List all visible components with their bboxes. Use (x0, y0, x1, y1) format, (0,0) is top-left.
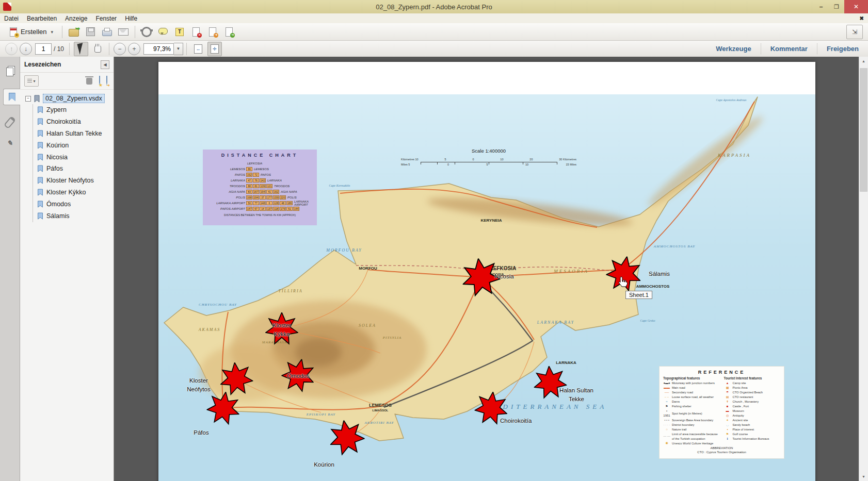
legend-label: Sovereign Base Area boundary (672, 418, 713, 423)
bookmark-label: Ómodos (46, 200, 71, 209)
fullscreen-toggle-button[interactable] (846, 25, 863, 39)
marker-star-pafos[interactable] (205, 390, 242, 427)
zoom-in-button[interactable]: + (128, 43, 140, 55)
sea-label: AKROTIRI BAY (365, 421, 394, 425)
document-area[interactable]: DISTANCE CHART LEFKOSIALEMESOS86LEMESOSP… (114, 57, 868, 481)
bookmark-item-kloster-neófytos[interactable]: Kloster Neófytos (33, 175, 111, 187)
select-tool-button[interactable] (74, 42, 88, 56)
next-page-button[interactable]: ↓ (20, 43, 32, 55)
print-button[interactable] (100, 25, 114, 39)
bookmark-options-button[interactable]: ▾ (24, 75, 39, 87)
legend-label: Picnic Area (733, 386, 748, 390)
bookmarks-tab[interactable] (3, 89, 20, 105)
distance-cell: 179 (280, 207, 286, 211)
open-button[interactable] (67, 25, 81, 39)
new-bookmark-button[interactable] (99, 76, 100, 86)
tab-werkzeuge[interactable]: Werkzeuge (706, 43, 760, 55)
legend-label: Spot height (in Metres) (672, 411, 702, 416)
bookmark-item-sálamis[interactable]: Sálamis (33, 210, 111, 222)
bookmark-item-zypern[interactable]: Zypern (33, 104, 111, 116)
menubar-close-icon[interactable]: ✖ (860, 15, 864, 21)
sea-label: EPISKOPI BAY (307, 412, 336, 417)
distance-cell: 159 (273, 195, 279, 200)
zoom-level-input[interactable]: 97,3% (143, 43, 174, 55)
distance-cell: 37 (260, 195, 266, 200)
distance-row-trail: LARNAKA AIRPORT (294, 200, 315, 206)
highlight-button[interactable]: T (172, 25, 187, 39)
delete-pages-button[interactable]: ✕ (189, 25, 203, 39)
fit-width-button[interactable]: ↔ (191, 42, 205, 56)
vertical-scrollbar[interactable]: ▲ ▼ (859, 57, 868, 481)
region-label: TILLIRIA (278, 289, 302, 293)
page-thumbnails-tab[interactable] (3, 64, 17, 79)
signatures-tab[interactable]: ✎ (3, 135, 17, 151)
sea-label: Cape Kormakitis (329, 184, 350, 187)
main-toolbar: ★ Erstellen T ✕ ➜ ➜ (0, 23, 868, 41)
menu-hilfe[interactable]: Hilfe (121, 15, 141, 22)
page-count-label: / 10 (54, 45, 64, 53)
restore-button[interactable] (829, 0, 844, 13)
bookmark-item-halan-sultan-tekke[interactable]: Halan Sultan Tekke (33, 128, 111, 140)
page-number-input[interactable]: 1 (35, 43, 52, 55)
bookmark-item-choirokoitía[interactable]: Choirokoitía (33, 116, 111, 128)
marker-label-choirokoitia: Choirokoitía (500, 417, 532, 425)
legend-item: ▤CTO restaurant (724, 395, 781, 400)
scale-km-label: Kilometres 10 (401, 158, 419, 161)
menu-datei[interactable]: Datei (0, 15, 23, 22)
distance-cell: 139 (260, 184, 266, 188)
city-label: AMMOCHOSTOS (636, 284, 670, 289)
collapse-panel-button[interactable]: ◀ (101, 60, 109, 69)
scroll-down-arrow[interactable]: ▼ (859, 472, 868, 481)
marker-star-kourion[interactable] (327, 418, 367, 458)
legend-symbol: ▪ ▪ ▪ (663, 418, 670, 423)
menu-anzeige[interactable]: Anzeige (61, 15, 91, 22)
bookmark-item-nicosia[interactable]: Nicosia (33, 152, 111, 163)
menu-bearbeiten[interactable]: Bearbeiten (23, 15, 61, 22)
zoom-out-button[interactable]: − (114, 43, 126, 55)
hand-tool-button[interactable] (90, 42, 105, 56)
previous-page-button[interactable]: ↑ (5, 43, 18, 55)
bookmark-root[interactable]: 02_08_Zypern.vsdx (43, 94, 105, 103)
attachments-tab[interactable] (3, 114, 17, 130)
save-button[interactable] (83, 25, 98, 39)
close-button[interactable] (844, 0, 868, 13)
comment-button[interactable] (156, 25, 170, 39)
delete-bookmark-button[interactable] (86, 78, 92, 85)
tab-freigeben[interactable]: Freigeben (817, 43, 868, 55)
fit-page-button[interactable]: ✛ (207, 42, 222, 56)
legend-symbol: · · · · (663, 423, 670, 427)
create-pdf-button[interactable]: ★ Erstellen (4, 25, 58, 39)
bookmark-item-ómodos[interactable]: Ómodos (33, 198, 111, 210)
menu-fenster[interactable]: Fenster (91, 15, 121, 22)
email-button[interactable] (116, 25, 131, 39)
distance-cell: 6 (266, 201, 272, 205)
extract-pages-button[interactable]: ➜ (205, 25, 220, 39)
distance-cell: 76 (253, 178, 259, 183)
distance-cell: 194 (253, 195, 259, 200)
minimize-button[interactable] (813, 0, 829, 13)
distance-row: LEFKOSIA (205, 160, 315, 166)
distance-cell: 118 (273, 207, 279, 211)
distance-cell: 88 (246, 184, 252, 188)
distance-row-trail: LEFKOSIA (247, 162, 262, 165)
root-expander[interactable] (25, 96, 31, 102)
scroll-up-arrow[interactable]: ▲ (859, 57, 868, 65)
zoom-dropdown-button[interactable]: ▼ (174, 43, 183, 55)
bookmark-item-koúrion[interactable]: Koúrion (33, 140, 111, 152)
tab-kommentar[interactable]: Kommentar (761, 43, 817, 55)
legend-label: Secondary road (672, 390, 693, 395)
distance-row: PAFOS15272PAFOS (205, 172, 315, 177)
distance-cell: 48 (280, 201, 286, 205)
export-button[interactable]: ➜ (222, 25, 236, 39)
legend-item: ──Secondary road (663, 390, 720, 395)
settings-button[interactable] (139, 25, 154, 39)
bookmark-item-páfos[interactable]: Páfos (33, 163, 111, 175)
legend-symbol: ▬▬ (663, 386, 670, 390)
bookmark-jump-button[interactable] (106, 76, 107, 86)
bookmark-item-kloster-kýkko[interactable]: Kloster Kýkko (33, 187, 111, 198)
marker-label-nicosia: Nicosia (494, 272, 514, 281)
scrollbar-thumb[interactable] (860, 68, 867, 192)
distance-chart-footer: DISTANCES BETWEEN THE TOWNS IN KM (APPRO… (205, 213, 315, 217)
bookmark-tree: 02_08_Zypern.vsdx ZypernChoirokoitíaHala… (20, 90, 114, 222)
legend-symbol: – – (663, 395, 670, 400)
